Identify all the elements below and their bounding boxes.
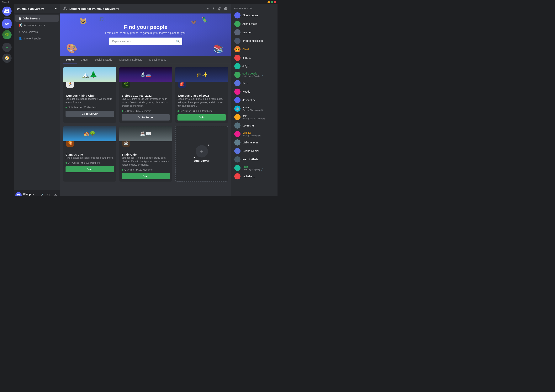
hero-subtitle: From clubs, to study groups, to game nig…: [105, 31, 186, 35]
member-item[interactable]: Nermit Ghafa: [233, 155, 276, 164]
goto-server-button-hiking[interactable]: Go to Server: [66, 111, 114, 117]
server-card-class2022[interactable]: 🎓✨ 🎒 Wumpus Class of 2022 Class of '22 c…: [175, 67, 228, 123]
add-server-circle: + ✦ ✦: [196, 145, 208, 157]
member-name: chris c.: [242, 56, 251, 59]
server-name[interactable]: Wumpus University ▼: [14, 4, 60, 14]
member-info: di3go: [242, 65, 249, 68]
help-button[interactable]: [224, 7, 228, 11]
member-item[interactable]: di3go: [233, 62, 276, 71]
hero-illustration-butterfly: 🦋: [191, 19, 197, 25]
card-desc-studycafe: You got this! Find the perfect study spo…: [122, 156, 170, 167]
member-info: eddie beetie Listening to Spotify 🎵: [242, 72, 264, 78]
add-server-button[interactable]: +: [2, 43, 12, 52]
mute-button[interactable]: 🎤: [38, 192, 45, 196]
svg-line-4: [65, 8, 66, 9]
svg-point-2: [66, 9, 67, 10]
member-item-eddie[interactable]: eddie beetie Listening to Spotify 🎵: [233, 71, 276, 79]
server-card-campus[interactable]: 🏫🌳 🍕 Campus Life Find out about events, …: [63, 126, 116, 182]
card-content-campus: 🍕 Campus Life Find out about events, fre…: [63, 141, 116, 175]
goto-server-button-bio101[interactable]: Go to Server: [122, 114, 170, 121]
member-item[interactable]: ben ben: [233, 28, 276, 36]
avatar: [234, 122, 241, 128]
server-icon-wumpus-university[interactable]: WU: [2, 19, 12, 29]
hero-title: Find your people: [105, 24, 186, 30]
online-stat-hiking: 49 Online: [66, 106, 78, 109]
channel-item-invite-people[interactable]: 👤 Invite People: [15, 35, 58, 42]
member-item[interactable]: chris c.: [233, 54, 276, 62]
card-banner-hiking: 🏔️🌲: [63, 67, 116, 82]
member-item[interactable]: Alina Emelle: [233, 20, 276, 28]
avatar: [234, 38, 241, 44]
user-panel: W Wumpus #0000 🎤 🎧 ⚙: [14, 190, 60, 196]
minimize-button[interactable]: [268, 1, 270, 3]
add-friend-button[interactable]: [205, 7, 210, 11]
settings-button[interactable]: ⚙: [52, 192, 58, 196]
add-server-label: Add Server: [194, 159, 210, 162]
avatar: [234, 21, 241, 27]
server-card-bio101[interactable]: 🔬🧫 🌿 Biology 101, Fall 2022 BIO 101: Int…: [119, 67, 172, 123]
member-item[interactable]: Akash Leone: [233, 11, 276, 20]
server-icon-2[interactable]: 🌿: [2, 30, 12, 39]
channel-item-add-servers[interactable]: + Add Servers: [15, 29, 58, 35]
member-item[interactable]: Jaspar Lee: [233, 96, 276, 104]
search-container: 🔍: [109, 37, 182, 45]
members-dot-2: [136, 110, 138, 112]
search-icon: 🔍: [176, 40, 180, 43]
add-servers-icon: +: [19, 30, 20, 34]
member-item[interactable]: rachelle d.: [233, 172, 276, 181]
card-name-bio101: Biology 101, Fall 2022: [122, 94, 170, 97]
member-item[interactable]: Neena Nenick: [233, 147, 276, 155]
member-name: Neena Nenick: [242, 150, 259, 152]
search-input[interactable]: [109, 37, 182, 45]
tab-clubs[interactable]: Clubs: [78, 56, 91, 64]
avatar: [234, 148, 241, 154]
member-item[interactable]: Mallorie Yves: [233, 138, 276, 147]
member-item[interactable]: Hoods: [233, 87, 276, 96]
app-title: Discord: [1, 1, 268, 3]
avatar: 🤖: [234, 106, 241, 112]
maximize-button[interactable]: [270, 1, 273, 3]
avatar: [234, 72, 241, 78]
server-card-hiking[interactable]: 🏔️🌲 🏃 Wumpus Hiking Club Let's get into …: [63, 67, 116, 123]
card-desc-campus: Find out about events, free food, and mo…: [66, 156, 114, 160]
server-card-studycafe[interactable]: ☕📖 ☕ Study Cafe You got this! Find the p…: [119, 126, 172, 182]
channel-item-join-servers[interactable]: ◉ Join Servers: [15, 15, 58, 22]
join-button-class2022[interactable]: Join: [177, 114, 226, 121]
member-item-chad[interactable]: 😎 Chad: [233, 45, 276, 54]
join-button-campus[interactable]: Join: [66, 166, 114, 172]
add-server-card[interactable]: + ✦ ✦ Add Server: [175, 126, 228, 182]
member-status: Listening to Spotify 🎵: [242, 168, 264, 171]
deafen-button[interactable]: 🎧: [45, 192, 52, 196]
channel-item-announcements[interactable]: 📢 Announcements: [15, 22, 58, 29]
member-item[interactable]: kevin chu: [233, 121, 276, 130]
avatar: [234, 173, 241, 179]
window-controls[interactable]: [268, 1, 276, 3]
download-button[interactable]: [211, 7, 216, 11]
at-symbol-button[interactable]: [217, 7, 222, 11]
members-stat-studycafe: 187 Members: [136, 169, 153, 171]
member-item[interactable]: Face: [233, 79, 276, 87]
home-button[interactable]: [2, 7, 12, 16]
online-stat-studycafe: 42 Online: [122, 169, 134, 171]
card-content-hiking: 🏃 Wumpus Hiking Club Let's get into natu…: [63, 82, 116, 119]
member-item-mallow[interactable]: Mallow Playing Journey 🎮: [233, 130, 276, 138]
tab-classes[interactable]: Classes & Subjects: [116, 56, 146, 64]
card-content-studycafe: ☕ Study Cafe You got this! Find the perf…: [119, 141, 172, 182]
members-stat-campus: 3,589 Members: [81, 162, 100, 164]
join-button-studycafe[interactable]: Join: [122, 173, 170, 179]
tab-misc[interactable]: Miscellaneous: [146, 56, 169, 64]
member-name: Phibi: [242, 165, 264, 168]
cards-grid: 🏔️🌲 🏃 Wumpus Hiking Club Let's get into …: [60, 64, 231, 185]
close-button[interactable]: [274, 1, 276, 3]
avatar: 😎: [234, 46, 241, 52]
tab-home[interactable]: Home: [63, 56, 77, 64]
discover-button[interactable]: 🧭: [2, 54, 12, 63]
username: Wumpus: [23, 193, 37, 196]
member-name: Jaspar Lee: [242, 99, 256, 102]
member-item-kaz[interactable]: kaz Playing Witch Game 🎮: [233, 113, 276, 121]
tab-social[interactable]: Social & Study: [92, 56, 115, 64]
member-item-jenny[interactable]: 🤖 jenny Playing Fishington 🎮: [233, 104, 276, 113]
member-item-phibi[interactable]: Phibi Listening to Spotify 🎵: [233, 164, 276, 172]
member-info: Mallow Playing Journey 🎮: [242, 131, 261, 137]
member-item[interactable]: brando mcclellan: [233, 36, 276, 45]
